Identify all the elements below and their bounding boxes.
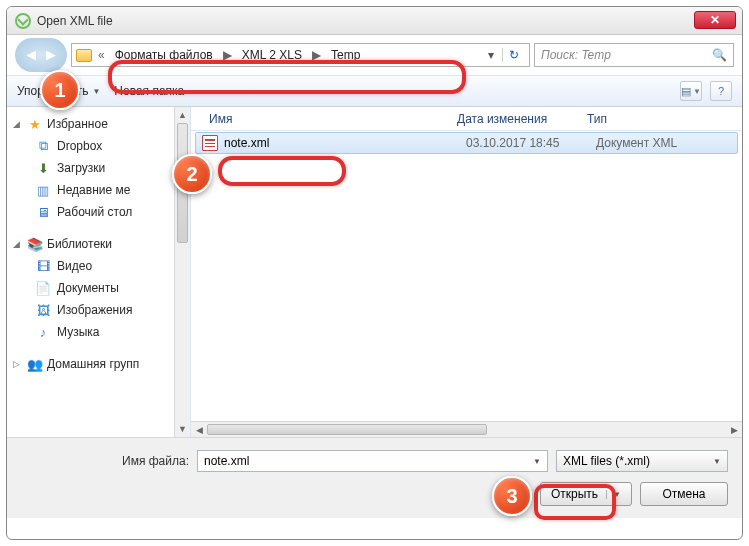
chevron-down-icon: ▼ xyxy=(92,87,100,96)
sidebar-item-videos[interactable]: 🎞Видео xyxy=(7,255,190,277)
search-placeholder: Поиск: Temp xyxy=(541,48,712,62)
scroll-thumb[interactable] xyxy=(207,424,487,435)
sidebar-item-desktop[interactable]: 🖥Рабочий стол xyxy=(7,201,190,223)
folder-icon xyxy=(76,49,92,62)
close-button[interactable]: ✕ xyxy=(694,11,736,29)
documents-icon: 📄 xyxy=(35,280,51,296)
breadcrumb-1[interactable]: Форматы файлов xyxy=(111,46,217,64)
bottom-panel: Имя файла: note.xml ▼ XML files (*.xml) … xyxy=(7,437,742,518)
scroll-up-icon[interactable]: ▲ xyxy=(175,107,190,123)
scroll-right-icon[interactable]: ▶ xyxy=(726,422,742,438)
back-icon: ◄ xyxy=(23,46,39,64)
forward-icon: ► xyxy=(43,46,59,64)
scroll-down-icon[interactable]: ▼ xyxy=(175,421,190,437)
collapse-icon: ◢ xyxy=(13,239,23,249)
music-icon: ♪ xyxy=(35,324,51,340)
view-button[interactable]: ▤▼ xyxy=(680,81,702,101)
star-icon: ★ xyxy=(27,116,43,132)
column-headers: Имя Дата изменения Тип xyxy=(191,107,742,131)
pictures-icon: 🖼 xyxy=(35,302,51,318)
nav-row: ◄ ► « Форматы файлов ▶ XML 2 XLS ▶ Temp … xyxy=(7,35,742,75)
file-row[interactable]: note.xml 03.10.2017 18:45 Документ XML xyxy=(195,132,738,154)
filetype-select[interactable]: XML files (*.xml) ▼ xyxy=(556,450,728,472)
breadcrumb-chevrons: « xyxy=(96,48,107,62)
libraries-icon: 📚 xyxy=(27,236,43,252)
sidebar-favorites-header[interactable]: ◢ ★ Избранное xyxy=(7,113,190,135)
window-title: Open XML file xyxy=(37,14,113,28)
file-name: note.xml xyxy=(224,136,466,150)
recent-icon: ▥ xyxy=(35,182,51,198)
homegroup-icon: 👥 xyxy=(27,356,43,372)
cancel-button[interactable]: Отмена xyxy=(640,482,728,506)
help-button[interactable]: ? xyxy=(710,81,732,101)
sidebar-item-recent[interactable]: ▥Недавние ме xyxy=(7,179,190,201)
dropbox-icon: ⧉ xyxy=(35,138,51,154)
collapse-icon: ◢ xyxy=(13,119,23,129)
file-type: Документ XML xyxy=(596,136,737,150)
xml-file-icon xyxy=(202,135,218,151)
breadcrumb-3[interactable]: Temp xyxy=(327,46,364,64)
chevron-down-icon: ▼ xyxy=(713,457,721,466)
filename-label: Имя файла: xyxy=(21,454,189,468)
breadcrumb-sep[interactable]: ▶ xyxy=(310,48,323,62)
address-bar[interactable]: « Форматы файлов ▶ XML 2 XLS ▶ Temp ▾ ↻ xyxy=(71,43,530,67)
breadcrumb-2[interactable]: XML 2 XLS xyxy=(238,46,306,64)
nav-back-forward[interactable]: ◄ ► xyxy=(15,38,67,72)
sidebar-item-downloads[interactable]: ⬇Загрузки xyxy=(7,157,190,179)
sidebar-item-dropbox[interactable]: ⧉Dropbox xyxy=(7,135,190,157)
downloads-icon: ⬇ xyxy=(35,160,51,176)
search-input[interactable]: Поиск: Temp 🔍 xyxy=(534,43,734,67)
expand-icon: ▷ xyxy=(13,359,23,369)
filename-input[interactable]: note.xml ▼ xyxy=(197,450,548,472)
desktop-icon: 🖥 xyxy=(35,204,51,220)
col-modified[interactable]: Дата изменения xyxy=(449,112,579,126)
sidebar-libraries-header[interactable]: ◢ 📚 Библиотеки xyxy=(7,233,190,255)
scroll-left-icon[interactable]: ◀ xyxy=(191,422,207,438)
sidebar-item-music[interactable]: ♪Музыка xyxy=(7,321,190,343)
chevron-down-icon[interactable]: ▼ xyxy=(606,490,621,499)
organize-button[interactable]: Упорядочить ▼ xyxy=(17,84,100,98)
refresh-icon[interactable]: ↻ xyxy=(502,48,525,62)
open-button[interactable]: Открыть ▼ xyxy=(540,482,632,506)
chevron-down-icon[interactable]: ▼ xyxy=(533,457,541,466)
col-type[interactable]: Тип xyxy=(579,112,742,126)
sidebar-scrollbar[interactable]: ▲ ▼ xyxy=(174,107,190,437)
filelist-hscrollbar[interactable]: ◀ ▶ xyxy=(191,421,742,437)
file-modified: 03.10.2017 18:45 xyxy=(466,136,596,150)
body: ◢ ★ Избранное ⧉Dropbox ⬇Загрузки ▥Недавн… xyxy=(7,107,742,437)
close-icon: ✕ xyxy=(710,13,720,27)
sidebar-homegroup-header[interactable]: ▷ 👥 Домашняя групп xyxy=(7,353,190,375)
scroll-thumb[interactable] xyxy=(177,123,188,243)
app-icon xyxy=(15,13,31,29)
sidebar-item-pictures[interactable]: 🖼Изображения xyxy=(7,299,190,321)
new-folder-button[interactable]: Новая папка xyxy=(114,84,184,98)
breadcrumb-sep[interactable]: ▶ xyxy=(221,48,234,62)
search-icon: 🔍 xyxy=(712,48,727,62)
sidebar: ◢ ★ Избранное ⧉Dropbox ⬇Загрузки ▥Недавн… xyxy=(7,107,191,437)
dialog-window: Open XML file ✕ ◄ ► « Форматы файлов ▶ X… xyxy=(6,6,743,540)
sidebar-item-documents[interactable]: 📄Документы xyxy=(7,277,190,299)
titlebar: Open XML file ✕ xyxy=(7,7,742,35)
toolbar: Упорядочить ▼ Новая папка ▤▼ ? xyxy=(7,75,742,107)
file-list: Имя Дата изменения Тип note.xml 03.10.20… xyxy=(191,107,742,437)
video-icon: 🎞 xyxy=(35,258,51,274)
address-dropdown-icon[interactable]: ▾ xyxy=(484,48,498,62)
col-name[interactable]: Имя xyxy=(201,112,449,126)
